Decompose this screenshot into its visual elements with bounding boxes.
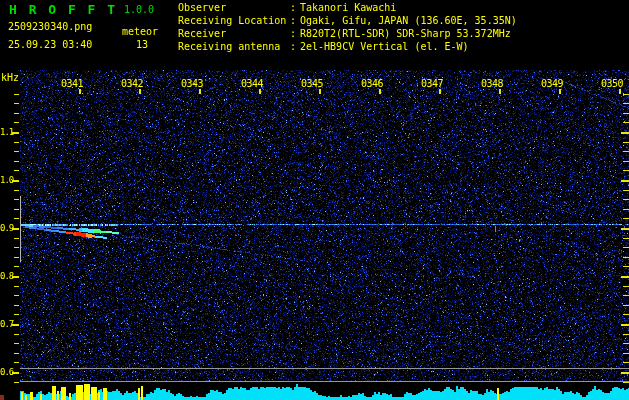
info-value: 2el-HB9CV Vertical (el. E-W) [300,41,469,52]
info-label: Receiving antenna [178,41,290,52]
info-label: Receiving Location [178,15,290,26]
info-colon: : [290,15,300,26]
info-value: Takanori Kawachi [300,2,396,13]
info-colon: : [290,2,300,13]
time-tick-label: 0349 [534,78,563,89]
info-label: Receiver [178,28,290,39]
time-tick-label: 0344 [234,78,263,89]
output-filename: 2509230340.png [8,21,92,32]
datetime-label: 25.09.23 03:40 [8,39,92,50]
freq-tick-label: 1.0 [0,175,13,185]
time-tick-label: 0345 [294,78,323,89]
info-row-observer: Observer:Takanori Kawachi [178,2,396,13]
spectrogram-canvas [0,0,629,400]
info-row-receiver: Receiver:R820T2(RTL-SDR) SDR-Sharp 53.37… [178,28,511,39]
time-tick-label: 0341 [54,78,83,89]
info-row-antenna: Receiving antenna:2el-HB9CV Vertical (el… [178,41,469,52]
app-version: 1.0.0 [124,4,154,15]
info-value: R820T2(RTL-SDR) SDR-Sharp 53.372MHz [300,28,511,39]
info-row-location: Receiving Location:Ogaki, Gifu, JAPAN (1… [178,15,517,26]
freq-tick-label: 0.8 [0,271,13,281]
meteor-count: 13 [136,39,148,50]
time-tick-label: 0348 [474,78,503,89]
freq-axis-unit: kHz [1,72,19,83]
hrofft-screen: H R O F F T 1.0.0 2509230340.png meteor … [0,0,629,400]
time-tick-label: 0350 [594,78,623,89]
time-tick-label: 0343 [174,78,203,89]
app-title: H R O F F T [9,2,117,17]
freq-tick-label: 0.6 [0,367,13,377]
info-label: Observer [178,2,290,13]
mode-label: meteor [122,26,158,37]
time-tick-label: 0347 [414,78,443,89]
time-tick-label: 0342 [114,78,143,89]
info-colon: : [290,28,300,39]
freq-tick-label: 0.9 [0,223,13,233]
info-value: Ogaki, Gifu, JAPAN (136.60E, 35.35N) [300,15,517,26]
time-tick-label: 0346 [354,78,383,89]
freq-tick-label: 1.1 [0,127,13,137]
info-colon: : [290,41,300,52]
freq-tick-label: 0.7 [0,319,13,329]
